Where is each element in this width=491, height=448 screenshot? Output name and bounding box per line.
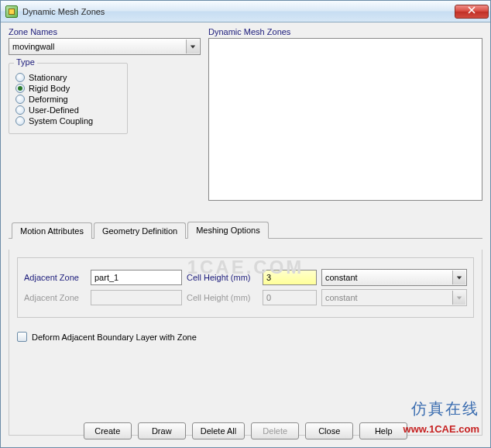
svg-marker-2: [191, 45, 195, 48]
mesh-row: Adjacent Zonepart_1Cell Height (mm)3cons…: [24, 269, 467, 286]
chevron-down-icon: [452, 291, 465, 305]
cell-height-label: Cell Height (mm): [187, 273, 258, 282]
radio-label: Deforming: [29, 95, 68, 104]
type-radio-deforming[interactable]: Deforming: [15, 95, 121, 104]
window-title: Dynamic Mesh Zones: [22, 7, 455, 16]
zone-names-label: Zone Names: [9, 27, 201, 36]
radio-label: Rigid Body: [29, 84, 70, 93]
type-radio-rigid-body[interactable]: Rigid Body: [15, 84, 121, 93]
type-groupbox: Type StationaryRigid BodyDeformingUser-D…: [9, 63, 128, 134]
create-button[interactable]: Create: [84, 422, 132, 439]
zone-names-dropdown[interactable]: movingwall: [9, 38, 201, 55]
button-row: Create Draw Delete All Delete Close Help: [9, 422, 482, 439]
cell-height-mode-dropdown[interactable]: constant: [321, 269, 467, 286]
cell-height-field[interactable]: 3: [263, 270, 317, 285]
adjacent-zone-field[interactable]: part_1: [91, 270, 182, 285]
app-icon: [5, 5, 18, 18]
zone-names-value: movingwall: [12, 42, 54, 51]
chevron-down-icon[interactable]: [452, 271, 465, 284]
radio-icon: [15, 95, 25, 104]
type-radio-user-defined[interactable]: User-Defined: [15, 105, 121, 115]
deform-checkbox-label: Deform Adjacent Boundary Layer with Zone: [32, 333, 197, 342]
radio-icon: [15, 84, 25, 93]
meshing-options-page: Adjacent Zonepart_1Cell Height (mm)3cons…: [9, 250, 482, 436]
adjacent-zone-label: Adjacent Zone: [24, 273, 86, 282]
draw-button[interactable]: Draw: [138, 422, 186, 439]
adjacent-zone-label: Adjacent Zone: [24, 293, 86, 302]
mesh-row: Adjacent ZoneCell Height (mm)0constant: [24, 289, 467, 306]
radio-icon: [15, 116, 25, 126]
adjacent-zone-field: [91, 290, 182, 305]
help-button[interactable]: Help: [359, 422, 407, 439]
client-area: Zone Names movingwall Type StationaryRig…: [9, 27, 482, 413]
close-button[interactable]: Close: [305, 422, 353, 439]
type-group-title: Type: [14, 57, 37, 67]
type-radio-stationary[interactable]: Stationary: [15, 73, 121, 82]
deform-checkbox[interactable]: [17, 332, 27, 342]
tab-motion-attributes[interactable]: Motion Attributes: [12, 222, 92, 239]
zones-listbox[interactable]: [208, 38, 482, 201]
dropdown-value: constant: [325, 273, 358, 282]
cell-height-mode-dropdown: constant: [321, 289, 467, 306]
radio-label: User-Defined: [29, 105, 79, 115]
cell-height-label: Cell Height (mm): [187, 293, 258, 302]
tabs-strip: Motion AttributesGeometry DefinitionMesh…: [9, 221, 482, 239]
zones-list-label: Dynamic Mesh Zones: [208, 27, 482, 36]
tab-geometry-definition[interactable]: Geometry Definition: [94, 222, 186, 239]
radio-icon: [15, 105, 25, 115]
type-radio-system-coupling[interactable]: System Coupling: [15, 116, 121, 126]
svg-marker-4: [457, 296, 462, 299]
dropdown-value: constant: [325, 293, 358, 302]
radio-label: System Coupling: [29, 116, 93, 126]
delete-button: Delete: [251, 422, 299, 439]
delete-all-button[interactable]: Delete All: [192, 422, 245, 439]
chevron-down-icon[interactable]: [186, 40, 199, 53]
titlebar[interactable]: Dynamic Mesh Zones: [1, 1, 490, 22]
cell-height-field: 0: [263, 290, 317, 305]
tab-meshing-options[interactable]: Meshing Options: [187, 222, 269, 239]
radio-icon: [15, 73, 25, 82]
dialog-window: Dynamic Mesh Zones Zone Names movingwall…: [0, 0, 491, 448]
radio-label: Stationary: [29, 73, 67, 82]
close-icon[interactable]: [455, 5, 489, 19]
meshing-form: Adjacent Zonepart_1Cell Height (mm)3cons…: [17, 257, 474, 318]
svg-marker-3: [457, 276, 462, 279]
